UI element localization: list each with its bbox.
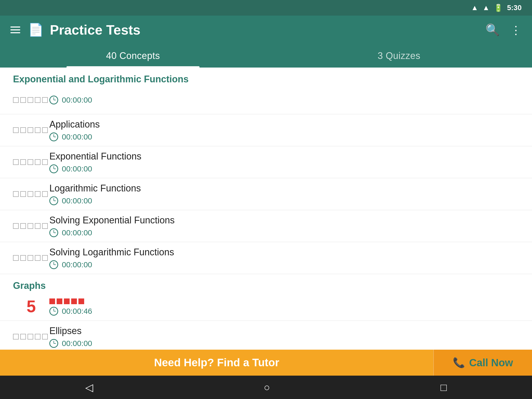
tab-40-concepts[interactable]: 40 Concepts xyxy=(0,44,266,68)
call-now-label: Call Now xyxy=(469,357,513,369)
time-row: 00:00:00 xyxy=(49,164,519,173)
back-button[interactable]: ◁ xyxy=(75,379,104,396)
nav-bar: ◁ ○ □ xyxy=(0,376,532,399)
list-item[interactable]: Solving Logarithmic Functions 00:00:00 xyxy=(0,242,532,274)
row-content: Solving Logarithmic Functions 00:00:00 xyxy=(49,247,519,269)
recents-button[interactable]: □ xyxy=(430,379,457,396)
list-item[interactable]: 5 00:00:46 xyxy=(0,292,532,321)
stars-empty xyxy=(13,127,49,133)
list-item[interactable]: Logarithmic Functions 00:00:00 xyxy=(0,178,532,210)
tab-bar: 40 Concepts 3 Quizzes xyxy=(0,44,532,68)
clock-icon xyxy=(49,260,58,269)
call-now-button[interactable]: 📞 Call Now xyxy=(433,350,532,376)
menu-button[interactable] xyxy=(10,26,20,33)
app-bar: 📄 Practice Tests 🔍 ⋮ xyxy=(0,16,532,44)
row-content: Applications 00:00:00 xyxy=(49,119,519,141)
stars-progress xyxy=(49,298,519,304)
clock-icon xyxy=(49,228,58,237)
time-row: 00:00:00 xyxy=(49,339,519,348)
banner-text: Need Help? Find a Tutor xyxy=(0,356,433,369)
stars-empty xyxy=(13,159,49,165)
tab-3-quizzes[interactable]: 3 Quizzes xyxy=(266,44,532,68)
clock-icon xyxy=(49,132,58,141)
time-row: 00:00:46 xyxy=(49,307,519,316)
time-row: 00:00:00 xyxy=(49,132,519,141)
status-bar: ▲ ▲ 🔋 5:30 xyxy=(0,0,532,16)
time-row: 00:00:00 xyxy=(49,96,519,104)
row-content: Logarithmic Functions 00:00:00 xyxy=(49,183,519,205)
row-content: Solving Exponential Functions 00:00:00 xyxy=(49,215,519,237)
app-bar-icons: 🔍 ⋮ xyxy=(486,23,522,37)
section-graphs-header: Graphs xyxy=(0,274,532,292)
stars-empty xyxy=(13,255,49,261)
wifi-icon: ▲ xyxy=(471,4,478,12)
clock-icon xyxy=(49,307,58,316)
signal-icon: ▲ xyxy=(482,4,490,12)
stars-empty xyxy=(13,334,49,340)
list-item[interactable]: Ellipses 00:00:00 xyxy=(0,321,532,350)
time-row: 00:00:00 xyxy=(49,228,519,237)
clock-icon xyxy=(49,164,58,173)
row-content: Exponential Functions 00:00:00 xyxy=(49,151,519,173)
time-row: 00:00:00 xyxy=(49,196,519,205)
list-item[interactable]: Exponential Functions 00:00:00 xyxy=(0,146,532,178)
time-display: 5:30 xyxy=(507,4,522,12)
clock-icon xyxy=(49,96,58,104)
time-row: 00:00:00 xyxy=(49,260,519,269)
row-content: Ellipses 00:00:00 xyxy=(49,325,519,348)
clock-icon xyxy=(49,339,58,348)
phone-icon: 📞 xyxy=(453,357,465,368)
stars-empty xyxy=(13,223,49,229)
stars-empty xyxy=(13,97,49,103)
search-button[interactable]: 🔍 xyxy=(486,23,500,37)
home-button[interactable]: ○ xyxy=(253,379,280,396)
stars-empty xyxy=(13,191,49,197)
bottom-banner: Need Help? Find a Tutor 📞 Call Now xyxy=(0,350,532,376)
more-button[interactable]: ⋮ xyxy=(510,23,522,37)
status-icons: ▲ ▲ 🔋 5:30 xyxy=(471,4,522,12)
row-content: 00:00:00 xyxy=(49,96,519,104)
section-exponential-header: Exponential and Logarithmic Functions xyxy=(0,68,532,86)
app-bar-title: 📄 Practice Tests xyxy=(28,22,478,38)
content-area: Exponential and Logarithmic Functions 00… xyxy=(0,68,532,350)
score-badge: 5 xyxy=(13,298,49,315)
list-item[interactable]: Solving Exponential Functions 00:00:00 xyxy=(0,210,532,242)
doc-icon: 📄 xyxy=(28,23,44,37)
list-item[interactable]: 00:00:00 xyxy=(0,86,532,114)
battery-icon: 🔋 xyxy=(494,4,503,12)
list-item[interactable]: Applications 00:00:00 xyxy=(0,114,532,146)
clock-icon xyxy=(49,196,58,205)
